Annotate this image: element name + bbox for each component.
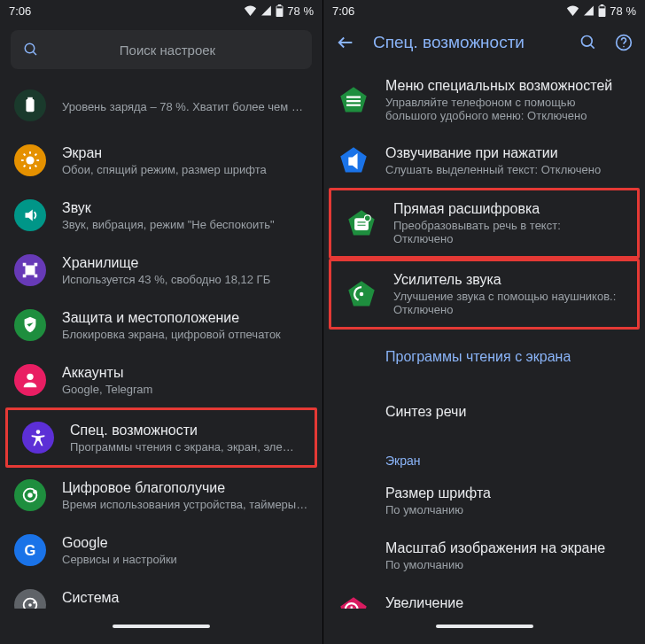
- help-icon[interactable]: [615, 34, 633, 51]
- svg-point-33: [582, 36, 593, 47]
- item-title: Меню специальных возможностей: [385, 78, 625, 94]
- item-title: Google: [62, 535, 177, 551]
- wifi-icon: [566, 5, 579, 16]
- svg-rect-1: [278, 4, 282, 6]
- google-icon: G: [14, 534, 46, 566]
- status-bar: 7:06 78 %: [323, 0, 645, 21]
- settings-item-accounts[interactable]: АккаунтыGoogle, Telegram: [0, 353, 322, 407]
- settings-item-accessibility[interactable]: Спец. возможностиПрограммы чтения с экра…: [8, 410, 315, 465]
- left-screenshot: 7:06 78 % Поиск настроек Уровень заряда …: [0, 0, 322, 644]
- security-icon: [14, 309, 46, 341]
- item-subtitle: Преобразовывать речь в текст: Отключено: [393, 219, 623, 245]
- svg-rect-39: [346, 100, 361, 102]
- sound-icon: [14, 199, 46, 231]
- item-title: Система: [62, 590, 308, 606]
- a11y-item-sound-amplifier[interactable]: Усилитель звукаУлучшение звука с помощью…: [331, 261, 637, 327]
- section-header-screen-section: Экран: [323, 439, 645, 473]
- item-title: Звук: [62, 200, 275, 216]
- svg-point-46: [360, 292, 364, 297]
- signal-icon: [260, 5, 272, 16]
- status-bar: 7:06 78 %: [0, 0, 322, 21]
- a11y-menu-icon: [338, 84, 369, 116]
- settings-item-sound[interactable]: ЗвукЗвук, вибрация, режим "Не беспокоить…: [0, 188, 322, 243]
- svg-line-14: [24, 166, 26, 167]
- settings-item-security[interactable]: Защита и местоположениеБлокировка экрана…: [0, 298, 322, 353]
- settings-item-display[interactable]: ЭкранОбои, спящий режим, размер шрифта: [0, 133, 322, 188]
- settings-list: Уровень заряда – 78 %. Хватит более чем …: [0, 74, 322, 632]
- item-title: Синтез речи: [385, 404, 466, 420]
- battery-icon: [598, 4, 606, 17]
- item-subtitle: По умолчанию: [385, 558, 605, 571]
- search-settings[interactable]: Поиск настроек: [11, 30, 312, 69]
- item-title: Защита и местоположение: [62, 310, 281, 326]
- search-placeholder: Поиск настроек: [35, 43, 299, 58]
- svg-rect-31: [601, 4, 604, 6]
- svg-point-25: [33, 490, 37, 494]
- svg-rect-17: [23, 263, 27, 267]
- svg-line-13: [35, 166, 37, 167]
- battery-icon: [276, 4, 284, 17]
- a11y-item-display-size[interactable]: Масштаб изображения на экранеПо умолчани…: [323, 528, 645, 583]
- settings-item-battery[interactable]: Уровень заряда – 78 %. Хватит более чем …: [0, 78, 322, 133]
- battery-text: 78 %: [287, 4, 314, 18]
- select-to-speak-icon: [338, 144, 369, 176]
- settings-item-wellbeing[interactable]: Цифровое благополучиеВремя использования…: [0, 468, 322, 523]
- svg-rect-6: [27, 97, 33, 100]
- svg-rect-40: [346, 105, 361, 106]
- a11y-item-a11y-menu[interactable]: Меню специальных возможностейУправляйте …: [323, 67, 645, 133]
- svg-point-29: [33, 601, 35, 604]
- storage-icon: [14, 254, 46, 286]
- svg-rect-18: [35, 263, 38, 267]
- signal-icon: [583, 5, 594, 16]
- item-subtitle: Обои, спящий режим, размер шрифта: [62, 163, 267, 176]
- status-icons: 78 %: [244, 4, 314, 18]
- a11y-item-font-size[interactable]: Размер шрифтаПо умолчанию: [323, 473, 645, 528]
- svg-rect-20: [35, 275, 38, 278]
- settings-item-storage[interactable]: ХранилищеИспользуется 43 %, свободно 18,…: [0, 243, 322, 298]
- item-subtitle: Время использования устройства, таймеры …: [62, 498, 308, 511]
- accessibility-icon: [22, 422, 54, 454]
- back-icon[interactable]: [336, 33, 355, 52]
- svg-point-24: [27, 493, 33, 498]
- page-title: Спец. возможности: [373, 33, 562, 52]
- battery-icon: [14, 89, 46, 121]
- a11y-item-screen-readers[interactable]: Программы чтения с экрана: [323, 330, 645, 384]
- item-title: Хранилище: [62, 255, 270, 271]
- a11y-item-select-to-speak[interactable]: Озвучивание при нажатииСлушать выделенны…: [323, 133, 645, 188]
- item-title: Прямая расшифровка: [393, 201, 623, 217]
- sound-amplifier-icon: [346, 278, 377, 310]
- item-title: Спец. возможности: [70, 423, 300, 438]
- nav-pill[interactable]: [113, 625, 210, 628]
- svg-rect-2: [276, 8, 283, 17]
- item-subtitle: Слушать выделенный текст: Отключено: [385, 163, 601, 176]
- svg-point-36: [623, 46, 625, 48]
- item-title: Экран: [62, 145, 267, 161]
- svg-point-44: [364, 215, 370, 221]
- item-subtitle: Улучшение звука с помощью наушников.: От…: [393, 290, 623, 316]
- svg-point-3: [25, 43, 35, 53]
- item-title: Размер шрифта: [385, 485, 491, 501]
- battery-text: 78 %: [610, 4, 636, 18]
- display-icon: [14, 144, 46, 176]
- wellbeing-icon: [14, 479, 46, 511]
- svg-line-34: [591, 45, 594, 49]
- item-subtitle: Программы чтения с экрана, экран, элемен…: [70, 440, 300, 454]
- item-title: Усилитель звука: [393, 272, 623, 288]
- settings-item-google[interactable]: GGoogleСервисы и настройки: [0, 523, 322, 578]
- item-subtitle: Google, Telegram: [62, 383, 152, 396]
- item-title: Уровень заряда – 78 %. Хватит более чем …: [62, 100, 308, 113]
- search-icon[interactable]: [579, 34, 597, 51]
- a11y-item-live-transcribe[interactable]: Прямая расшифровкаПреобразовывать речь в…: [331, 190, 637, 256]
- status-icons: 78 %: [566, 4, 636, 18]
- svg-line-12: [24, 154, 26, 156]
- nav-pill[interactable]: [436, 625, 533, 628]
- item-title: Масштаб изображения на экране: [385, 540, 605, 556]
- a11y-item-tts[interactable]: Синтез речи: [323, 384, 645, 439]
- accessibility-list: Меню специальных возможностейУправляйте …: [323, 64, 645, 638]
- nav-bar: [323, 609, 645, 644]
- item-subtitle: Блокировка экрана, цифровой отпечаток: [62, 328, 281, 341]
- wifi-icon: [244, 5, 257, 16]
- item-subtitle: Используется 43 %, свободно 18,12 ГБ: [62, 273, 270, 286]
- live-transcribe-icon: [346, 207, 377, 239]
- right-screenshot: 7:06 78 % Спец. возможности Меню специал…: [322, 0, 645, 644]
